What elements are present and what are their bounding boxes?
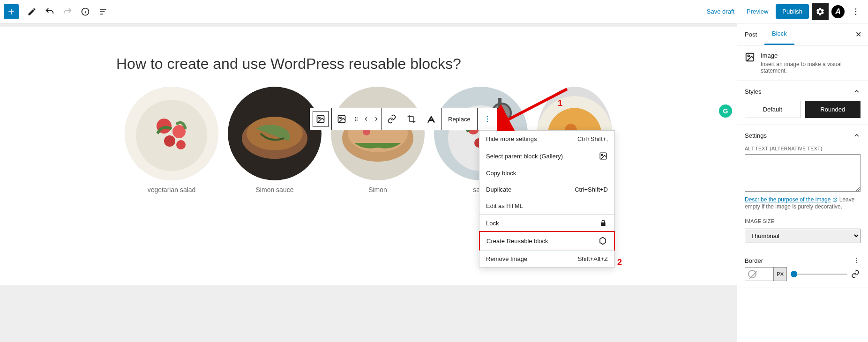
border-unit[interactable]: PX <box>773 268 786 281</box>
svg-point-9 <box>164 135 175 147</box>
svg-point-6 <box>136 100 207 171</box>
block-type-desc: Insert an image to make a visual stateme… <box>761 61 861 74</box>
save-draft-button[interactable]: Save draft <box>702 5 739 18</box>
more-icon[interactable] <box>853 257 861 264</box>
image-size-label: IMAGE SIZE <box>745 218 861 224</box>
border-panel: Border PX <box>737 250 868 288</box>
menu-duplicate[interactable]: DuplicateCtrl+Shift+D <box>479 181 614 198</box>
gallery-image[interactable] <box>331 87 425 180</box>
post-title[interactable]: How to create and use WordPress reusable… <box>111 55 626 73</box>
block-toolbar: Replace <box>309 108 498 130</box>
svg-point-2 <box>855 11 857 12</box>
reusable-icon <box>598 237 607 245</box>
editor-canvas: How to create and use WordPress reusable… <box>0 23 737 342</box>
text-overlay-icon[interactable] <box>421 108 441 130</box>
svg-point-46 <box>486 119 488 120</box>
styles-header[interactable]: Styles <box>745 88 861 95</box>
link-icon[interactable] <box>382 108 402 130</box>
gallery-caption[interactable]: Simon <box>331 186 425 193</box>
styles-panel: Styles Default Rounded <box>737 81 868 125</box>
no-border-icon <box>748 270 756 278</box>
border-slider[interactable] <box>791 274 847 275</box>
alt-help-link[interactable]: Describe the purpose of the image <box>745 196 831 203</box>
gallery-caption[interactable]: Simon sauce <box>228 186 322 193</box>
svg-point-53 <box>856 258 857 259</box>
block-type-title: Image <box>761 52 861 59</box>
svg-point-45 <box>486 116 488 117</box>
menu-create-reusable-block[interactable]: Create Reusable block <box>479 231 615 251</box>
alt-text-label: ALT TEXT (ALTERNATIVE TEXT) <box>745 146 861 151</box>
menu-copy-block[interactable]: Copy block <box>479 165 614 181</box>
block-description: Image Insert an image to make a visual s… <box>737 45 868 81</box>
chevron-up-icon <box>853 132 861 139</box>
svg-point-40 <box>357 117 358 118</box>
menu-edit-html[interactable]: Edit as HTML <box>479 198 614 214</box>
block-options-dropdown: Hide more settingsCtrl+Shift+, Select pa… <box>479 130 615 268</box>
svg-point-38 <box>340 117 341 119</box>
preview-button[interactable]: Preview <box>742 5 773 18</box>
grammarly-badge[interactable]: G <box>719 104 732 118</box>
astra-icon[interactable]: A <box>831 5 845 18</box>
svg-point-3 <box>855 14 857 15</box>
replace-button[interactable]: Replace <box>441 116 477 123</box>
gallery-item[interactable]: Simon sauce <box>228 87 322 193</box>
image-size-select[interactable]: Thumbnail <box>745 229 861 243</box>
info-button[interactable] <box>77 3 94 20</box>
top-toolbar: Save draft Preview Publish A <box>0 0 868 23</box>
menu-hide-more-settings[interactable]: Hide more settingsCtrl+Shift+, <box>479 131 614 147</box>
svg-point-10 <box>176 140 186 149</box>
svg-point-1 <box>855 8 857 9</box>
redo-button[interactable] <box>59 3 76 20</box>
toolbar-left <box>4 3 112 20</box>
tab-block[interactable]: Block <box>764 23 794 45</box>
svg-point-52 <box>748 55 749 57</box>
drag-handle-icon[interactable] <box>352 108 361 130</box>
settings-header[interactable]: Settings <box>745 132 861 139</box>
gallery-item[interactable]: vegetarian salad <box>125 87 218 193</box>
link-sides-icon[interactable] <box>851 270 861 278</box>
svg-point-43 <box>355 120 356 121</box>
close-sidebar-button[interactable]: ✕ <box>849 30 868 39</box>
settings-panel: Settings ALT TEXT (ALTERNATIVE TEXT) Des… <box>737 125 868 250</box>
svg-point-54 <box>856 260 857 261</box>
gallery-select-icon[interactable] <box>313 111 329 127</box>
image-icon[interactable] <box>332 108 352 130</box>
svg-point-44 <box>357 120 358 121</box>
edit-icon[interactable] <box>23 3 40 20</box>
menu-lock[interactable]: Lock <box>479 215 614 231</box>
menu-remove-image[interactable]: Remove ImageShift+Alt+Z <box>479 251 614 267</box>
svg-point-39 <box>355 117 356 118</box>
add-block-button[interactable] <box>4 4 19 19</box>
border-value-input[interactable]: PX <box>745 267 787 281</box>
gallery-item[interactable]: Simon <box>331 87 425 193</box>
list-view-button[interactable] <box>95 3 112 20</box>
image-icon <box>745 52 755 62</box>
menu-select-parent[interactable]: Select parent block (Gallery) <box>479 147 614 165</box>
move-left-icon[interactable] <box>361 108 371 130</box>
settings-button[interactable] <box>812 3 829 20</box>
style-default-button[interactable]: Default <box>745 101 801 118</box>
crop-icon[interactable] <box>402 108 421 130</box>
svg-point-36 <box>319 117 320 119</box>
gallery-caption[interactable]: vegetarian salad <box>125 186 218 193</box>
options-button[interactable] <box>847 3 864 20</box>
publish-button[interactable]: Publish <box>776 4 809 19</box>
settings-sidebar: Post Block ✕ Image Insert an image to ma… <box>737 23 868 342</box>
alt-text-input[interactable] <box>745 154 861 192</box>
undo-button[interactable] <box>41 3 58 20</box>
main-area: How to create and use WordPress reusable… <box>0 23 868 342</box>
gallery-icon <box>599 152 608 160</box>
svg-point-47 <box>486 121 488 123</box>
more-options-button[interactable] <box>478 108 497 130</box>
svg-point-55 <box>856 262 857 263</box>
canvas-inner: How to create and use WordPress reusable… <box>0 27 737 285</box>
chevron-up-icon <box>853 88 861 95</box>
gallery-image[interactable] <box>125 87 218 180</box>
style-rounded-button[interactable]: Rounded <box>805 101 861 118</box>
tab-post[interactable]: Post <box>737 24 764 45</box>
annotation-2: 2 <box>617 258 622 268</box>
move-right-icon[interactable] <box>371 108 382 130</box>
svg-point-41 <box>355 119 356 119</box>
border-header[interactable]: Border <box>745 257 861 264</box>
gallery-image[interactable] <box>228 87 322 180</box>
